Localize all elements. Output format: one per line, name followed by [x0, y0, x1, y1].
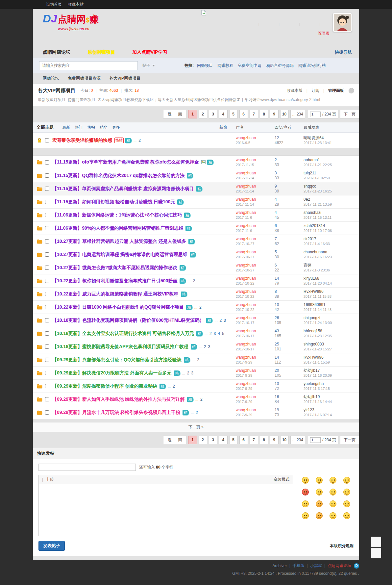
lastpost-user[interactable]: chunchunaaa: [304, 250, 355, 255]
thread-checkbox[interactable]: [45, 397, 49, 401]
lastpost-user[interactable]: 幼幼jlb17: [304, 368, 355, 373]
nav-item-点睛网赚论坛[interactable]: 点睛网赚论坛: [43, 49, 70, 55]
admin-panel-link[interactable]: 管理面板: [328, 88, 344, 93]
next-page-button[interactable]: 下一页: [340, 436, 359, 444]
smiley-icon[interactable]: [330, 489, 336, 496]
thread-title[interactable]: 【09.29更新】月流水十几万玩法 轻松引爆头条视频几百上千粉: [52, 410, 180, 416]
hot-search-link[interactable]: 免费空间申请: [238, 63, 261, 68]
lastpost-user[interactable]: 盲探: [304, 263, 355, 268]
page-button[interactable]: 8: [260, 110, 268, 118]
thread-row[interactable]: 【11.06更新】新媒体网络运营：1句运营心法+8个核心词汇技巧精wangzhu…: [33, 208, 359, 221]
page-link[interactable]: 3: [214, 331, 216, 336]
new-window-link[interactable]: 新窗: [219, 125, 227, 130]
thread-checkbox[interactable]: [45, 160, 49, 165]
next-page-button[interactable]: 下一页: [340, 110, 359, 118]
thread-author[interactable]: wangzhuan: [236, 223, 275, 228]
page-link[interactable]: 2: [173, 384, 175, 389]
breadcrumb-item[interactable]: 免费网赚项目资源: [68, 76, 101, 81]
thread-author[interactable]: wangzhuan: [236, 237, 275, 242]
thread-checkbox[interactable]: [45, 200, 49, 204]
search-type-select[interactable]: 帖子: [142, 63, 155, 68]
footer-link[interactable]: 点睛网赚论坛: [328, 563, 351, 569]
page-button[interactable]: 9: [270, 436, 279, 444]
thread-author[interactable]: wangzhuan: [236, 381, 275, 386]
thread-author[interactable]: wangzhuan: [236, 184, 275, 189]
thread-title[interactable]: 【09.29更新】兴趣部落怎么引流：QQ兴趣部落引流方法经验谈: [52, 357, 182, 363]
page-button[interactable]: 10: [280, 436, 289, 444]
smiley-icon[interactable]: [343, 477, 350, 484]
lastpost-user[interactable]: ylr123: [304, 408, 355, 413]
hot-search-link[interactable]: 易语言盗号源码: [266, 63, 294, 68]
submit-post-button[interactable]: 发表帖子: [38, 541, 65, 551]
page-link[interactable]: 3: [191, 371, 193, 375]
breadcrumb-item[interactable]: 网赚论坛: [43, 76, 59, 81]
discuz-icon[interactable]: D: [354, 563, 359, 569]
thread-title[interactable]: 【11.15更新】单页倒卖虚拟产品暴利赚钱术 虚拟资源网络赚钱小项目: [52, 186, 194, 192]
thread-row[interactable]: 【10.18更新】全套支付宝实名认证银行技术资料 可销售轻松月入万元精...23…: [33, 327, 359, 340]
back-button[interactable]: 返 回: [163, 110, 186, 118]
thread-checkbox[interactable]: [45, 358, 49, 362]
page-link[interactable]: 5: [222, 331, 224, 336]
smiley-icon[interactable]: [343, 512, 350, 519]
thread-title[interactable]: 【11.15更新】ofo享单车新老用户免押金免费骑 教你ofo怎么如何免押金: [52, 159, 199, 165]
thread-checkbox[interactable]: [45, 305, 49, 309]
filter-link[interactable]: 热门: [75, 125, 83, 130]
smiley-icon[interactable]: [343, 500, 350, 507]
filter-link[interactable]: 更多: [112, 125, 120, 130]
thread-author[interactable]: wangzhuan: [236, 250, 275, 255]
thread-author[interactable]: wangzhuan: [236, 329, 275, 334]
smiley-icon[interactable]: [316, 489, 323, 496]
page-button[interactable]: 5: [229, 436, 238, 444]
thread-author[interactable]: wangzhuan: [236, 276, 275, 281]
page-link[interactable]: 2: [204, 344, 206, 349]
thread-row[interactable]: 【11.15更新】单页倒卖虚拟产品暴利赚钱术 虚拟资源网络赚钱小项目精wangz…: [33, 182, 359, 195]
thread-checkbox[interactable]: [45, 226, 49, 230]
smiley-icon[interactable]: [343, 489, 350, 496]
lastpost-user[interactable]: RvxHW996: [304, 355, 355, 360]
breadcrumb-item[interactable]: 各大VIP网赚项目: [109, 76, 140, 81]
thread-checkbox[interactable]: [45, 187, 49, 191]
page-link[interactable]: 2: [219, 318, 222, 323]
avatar[interactable]: [333, 13, 352, 32]
lastpost-user[interactable]: 呦呦资源64: [304, 136, 355, 140]
lastpost-user[interactable]: 0e2: [304, 197, 355, 202]
thread-title[interactable]: 宏哥带你享受轻松赚钱的快感: [52, 138, 112, 143]
page-button[interactable]: 9: [270, 110, 279, 118]
page-button[interactable]: 3: [209, 436, 217, 444]
footer-link[interactable]: 小黑屋: [310, 563, 322, 569]
thread-title[interactable]: 【10.22更新】威力巨大的框架策略营销教程 通王网校VIP教程: [52, 291, 179, 297]
page-link[interactable]: 2: [193, 279, 195, 283]
thread-author[interactable]: wangzhuan: [236, 316, 275, 320]
thread-title[interactable]: 【09.29更新】新人如何入手蜘蛛池 蜘蛛池的外推方法与技巧详解: [52, 396, 185, 402]
page-button[interactable]: 2: [199, 436, 207, 444]
thread-title[interactable]: 【10.27更新】电商运营培训课程 揭密6种靠谱的电商运营管理思维: [52, 252, 187, 258]
nav-item-加入点睛VIP学习[interactable]: 加入点睛VIP学习: [132, 49, 167, 55]
subscribe-link[interactable]: 订阅: [311, 88, 319, 93]
editor-textarea[interactable]: [39, 484, 293, 536]
footer-link[interactable]: 手机版: [293, 563, 305, 569]
thread-title[interactable]: 【11.06更新】新媒体网络运营：1句运营心法+8个核心词汇技巧: [52, 212, 182, 218]
upload-button[interactable]: 上传: [46, 477, 54, 482]
thread-checkbox[interactable]: [45, 266, 49, 270]
lastpost-user[interactable]: RvxHW996: [304, 289, 355, 294]
thread-author[interactable]: wangzhuan: [236, 289, 275, 294]
page-link[interactable]: 2: [200, 397, 203, 402]
thread-author[interactable]: wangzhuan: [236, 368, 275, 373]
lastpost-user[interactable]: 幼幼jlb19: [304, 394, 355, 399]
page-link[interactable]: 2: [138, 138, 141, 143]
thread-title[interactable]: 【09.29更新】深度揭密微信小程序 创业的商业秘诀: [52, 383, 157, 389]
page-jump-input[interactable]: [310, 112, 321, 117]
thread-title[interactable]: 【10.27更新】微商怎么做?微商大咖不愿轻易透露的操作秘诀: [52, 265, 177, 271]
thread-author[interactable]: wangzhuan: [236, 342, 275, 347]
thread-author[interactable]: wangzhuan: [236, 302, 275, 307]
next-page-bar[interactable]: 下一页 »: [33, 422, 359, 432]
lastpost-user[interactable]: shingo0083: [304, 342, 355, 347]
thread-row[interactable]: 【11.15更新】如何利用短视频 轻松自动引流赚钱 日赚100元精wangzhu…: [33, 195, 359, 208]
smiley-icon[interactable]: [302, 477, 309, 484]
page-button[interactable]: 5: [229, 110, 238, 118]
page-jump-input[interactable]: [310, 437, 321, 443]
thread-checkbox[interactable]: [45, 213, 49, 217]
back-button[interactable]: 返 回: [163, 436, 186, 444]
forum-rules-link[interactable]: 本版积分规则: [330, 543, 354, 549]
page-button[interactable]: 2: [199, 110, 207, 118]
